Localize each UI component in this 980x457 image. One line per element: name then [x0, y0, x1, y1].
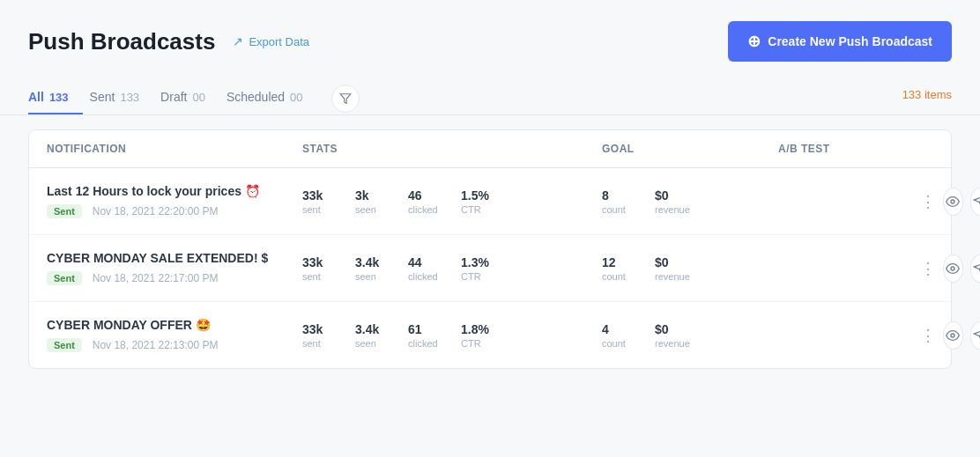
- svg-marker-0: [340, 94, 351, 104]
- goal-revenue-value: $0: [655, 188, 669, 203]
- goal-revenue: $0 revenue: [655, 255, 692, 282]
- stat-seen-label: seen: [355, 271, 376, 282]
- goal-cell: 12 count $0 revenue: [602, 255, 778, 282]
- stat-sent-value: 33k: [302, 188, 323, 203]
- goal-count-label: count: [602, 204, 626, 215]
- tab-all-label: All: [28, 90, 44, 104]
- tab-all[interactable]: All 133: [28, 83, 83, 114]
- notification-title: CYBER MONDAY OFFER 🤩: [47, 318, 302, 332]
- stat-ctr: 1.5% CTR: [461, 188, 498, 215]
- send-icon: [973, 262, 980, 276]
- view-button[interactable]: [943, 188, 962, 216]
- create-label: Create New Push Broadcast: [768, 34, 932, 48]
- export-icon: ↗: [233, 34, 243, 48]
- stats-cell: 33k sent 3.4k seen 61 clicked 1.8% CTR: [302, 322, 602, 349]
- stat-sent-label: sent: [302, 271, 321, 282]
- view-button[interactable]: [943, 321, 962, 350]
- stat-seen-label: seen: [355, 204, 376, 215]
- more-options-button[interactable]: ⋮: [919, 256, 936, 281]
- notification-date: Nov 18, 2021 22:13:00 PM: [93, 339, 219, 351]
- filter-icon: [339, 92, 352, 105]
- plus-icon: ⊕: [747, 32, 761, 51]
- svg-point-4: [951, 267, 954, 270]
- goal-revenue-label: revenue: [655, 338, 690, 349]
- tab-sent[interactable]: Sent 133: [90, 83, 154, 114]
- notification-meta: Sent Nov 18, 2021 22:20:00 PM: [47, 203, 302, 218]
- notification-title: Last 12 Hours to lock your prices ⏰: [47, 184, 302, 198]
- send-button[interactable]: [970, 188, 980, 216]
- status-badge: Sent: [47, 204, 82, 218]
- stat-seen: 3k seen: [355, 188, 392, 215]
- view-button[interactable]: [943, 254, 962, 283]
- more-options-button[interactable]: ⋮: [919, 189, 936, 214]
- tab-scheduled[interactable]: Scheduled 00: [226, 83, 317, 114]
- notification-cell: CYBER MONDAY SALE EXTENDED! $ Sent Nov 1…: [47, 251, 302, 285]
- more-options-button[interactable]: ⋮: [919, 323, 936, 348]
- goal-count-value: 4: [602, 322, 609, 336]
- tabs-bar: All 133 Sent 133 Draft 00 Scheduled 00 1…: [0, 76, 980, 115]
- stat-sent: 33k sent: [302, 322, 339, 349]
- header-left: Push Broadcasts ↗ Export Data: [28, 28, 309, 55]
- goal-revenue: $0 revenue: [655, 322, 692, 349]
- goal-count-label: count: [602, 338, 626, 349]
- send-button[interactable]: [970, 321, 980, 350]
- export-label: Export Data: [249, 35, 309, 48]
- stat-sent-label: sent: [302, 338, 321, 349]
- stat-seen-value: 3.4k: [355, 322, 379, 336]
- notification-date: Nov 18, 2021 22:17:00 PM: [93, 272, 219, 284]
- goal-count-label: count: [602, 271, 626, 282]
- col-stats: Stats: [302, 143, 602, 155]
- goal-revenue-value: $0: [655, 255, 669, 269]
- page: Push Broadcasts ↗ Export Data ⊕ Create N…: [0, 0, 980, 457]
- stat-ctr: 1.8% CTR: [461, 322, 498, 349]
- stat-seen-value: 3.4k: [355, 255, 379, 269]
- stat-sent: 33k sent: [302, 188, 339, 215]
- stat-ctr-label: CTR: [461, 338, 481, 349]
- stat-ctr-label: CTR: [461, 271, 481, 282]
- stat-ctr-value: 1.8%: [461, 322, 489, 336]
- header: Push Broadcasts ↗ Export Data ⊕ Create N…: [0, 0, 980, 76]
- table-row: CYBER MONDAY OFFER 🤩 Sent Nov 18, 2021 2…: [29, 302, 951, 368]
- stat-sent: 33k sent: [302, 255, 339, 282]
- stat-sent-value: 33k: [302, 255, 323, 269]
- create-broadcast-button[interactable]: ⊕ Create New Push Broadcast: [728, 21, 952, 62]
- stat-clicked-label: clicked: [408, 271, 438, 282]
- notification-meta: Sent Nov 18, 2021 22:17:00 PM: [47, 270, 302, 285]
- col-goal: Goal: [602, 143, 778, 155]
- goal-revenue-label: revenue: [655, 204, 690, 215]
- stat-clicked-value: 46: [408, 188, 422, 203]
- goal-revenue-label: revenue: [655, 271, 690, 282]
- table-row: CYBER MONDAY SALE EXTENDED! $ Sent Nov 1…: [29, 235, 951, 302]
- status-badge: Sent: [47, 271, 82, 285]
- goal-cell: 8 count $0 revenue: [602, 188, 778, 215]
- col-actions: [919, 143, 980, 155]
- tab-draft-label: Draft: [160, 90, 187, 104]
- stat-clicked-value: 61: [408, 322, 422, 336]
- stat-sent-label: sent: [302, 204, 321, 215]
- stat-clicked-label: clicked: [408, 338, 438, 349]
- stat-clicked-value: 44: [408, 255, 422, 269]
- notification-date: Nov 18, 2021 22:20:00 PM: [93, 205, 219, 217]
- stat-clicked: 61 clicked: [408, 322, 445, 349]
- tab-draft-count: 00: [192, 91, 204, 104]
- stat-sent-value: 33k: [302, 322, 323, 336]
- filter-button[interactable]: [331, 85, 360, 113]
- svg-marker-9: [974, 329, 980, 341]
- svg-marker-6: [974, 262, 980, 274]
- svg-point-1: [951, 200, 954, 203]
- tab-draft[interactable]: Draft 00: [160, 83, 219, 114]
- goal-count: 4 count: [602, 322, 639, 349]
- svg-marker-3: [974, 195, 980, 207]
- items-count: 133 items: [902, 88, 952, 110]
- col-abtest: A/B Test: [778, 143, 919, 155]
- stats-cell: 33k sent 3.4k seen 44 clicked 1.3% CTR: [302, 255, 602, 282]
- goal-count: 12 count: [602, 255, 639, 282]
- goal-revenue: $0 revenue: [655, 188, 692, 215]
- export-button[interactable]: ↗ Export Data: [233, 34, 309, 48]
- send-button[interactable]: [970, 254, 980, 283]
- stat-seen: 3.4k seen: [355, 255, 392, 282]
- tab-scheduled-label: Scheduled: [226, 90, 285, 104]
- actions-cell: ⋮: [919, 188, 980, 216]
- send-icon: [973, 328, 980, 343]
- notification-title: CYBER MONDAY SALE EXTENDED! $: [47, 251, 302, 265]
